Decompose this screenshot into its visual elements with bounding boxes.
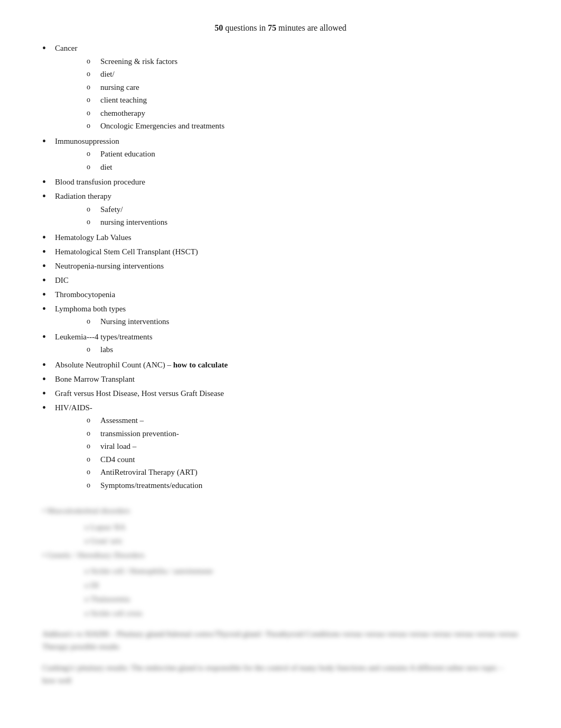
bullet-icon: • [42, 245, 51, 258]
sub-list-item: oOncologic Emergencies and treatments [87, 120, 519, 132]
list-item-label: Absolute Neutrophil Count (ANC) – [55, 361, 173, 369]
sub-bullet-icon: o [87, 107, 97, 118]
content: •CanceroScreening & risk factorsodiet/on… [42, 42, 519, 492]
sub-list-item: otransmission prevention- [87, 428, 519, 440]
sub-list-item: odiet [87, 161, 519, 173]
sub-item-label: client teaching [100, 94, 147, 106]
bullet-icon: • [42, 176, 51, 188]
sub-item-label: diet/ [100, 68, 115, 80]
blurred-paragraph-1: Addison's vs SIADH – Pituitary gland/Adr… [42, 628, 519, 653]
list-item-immunosuppression: •ImmunosuppressionoPatient educationodie… [42, 135, 519, 174]
bullet-icon: • [42, 288, 51, 301]
sub-item-label: diet [100, 161, 113, 173]
sub-list-item: oviral load – [87, 440, 519, 453]
sub-item-label: labs [100, 344, 113, 356]
sub-list-cancer: oScreening & risk factorsodiet/onursing … [87, 56, 519, 132]
sub-bullet-icon: o [87, 68, 97, 79]
sub-list-item: onursing interventions [87, 216, 519, 228]
list-item-hiv-aids: •HIV/AIDS-oAssessment –otransmission pre… [42, 402, 519, 493]
sub-bullet-icon: o [87, 414, 97, 426]
sub-bullet-icon: o [87, 94, 97, 105]
list-item-label: Leukemia---4 types/treatments [55, 333, 153, 341]
sub-list-item: olabs [87, 344, 519, 356]
blurred-sub-item: o Thalassemia [85, 593, 519, 605]
list-item-bone-marrow: •Bone Marrow Transplant [42, 373, 519, 385]
sub-list-item: odiet/ [87, 68, 519, 80]
list-item-neutropenia: •Neutropenia-nursing interventions [42, 260, 519, 272]
list-item-lymphoma: •Lymphoma both typesoNursing interventio… [42, 303, 519, 329]
blurred-sub-item: o Gout/ uric [85, 535, 519, 547]
list-item-blood-transfusion: •Blood transfusion procedure [42, 176, 519, 188]
sub-bullet-icon: o [87, 161, 97, 172]
sub-item-label: nursing care [100, 81, 139, 94]
sub-bullet-icon: o [87, 480, 97, 491]
sub-list-immunosuppression: oPatient educationodiet [87, 148, 519, 173]
list-item-label-bold: how to calculate [173, 361, 228, 369]
sub-list-item: oSafety/ [87, 204, 519, 216]
list-item-label: Neutropenia-nursing interventions [55, 262, 164, 270]
sub-list-item: oAntiRetroviral Therapy (ART) [87, 466, 519, 478]
bullet-icon: • [42, 135, 51, 148]
sub-bullet-icon: o [87, 120, 97, 131]
sub-item-label: viral load – [100, 440, 136, 453]
time-limit: 75 [268, 23, 276, 32]
sub-bullet-icon: o [87, 216, 97, 227]
sub-item-label: AntiRetroviral Therapy (ART) [100, 466, 198, 478]
sub-bullet-icon: o [87, 344, 97, 355]
list-item-label: HIV/AIDS- [55, 403, 92, 412]
blurred-list-item: • Genetic / Hereditary Disorders [42, 549, 519, 561]
list-item-label: Graft versus Host Disease, Host versus G… [55, 389, 224, 398]
sub-item-label: Screening & risk factors [100, 56, 177, 68]
blurred-list-item: • Musculoskeletal disorders [42, 505, 519, 517]
sub-item-label: Oncologic Emergencies and treatments [100, 120, 225, 132]
bullet-icon: • [42, 231, 51, 244]
list-item-anc: •Absolute Neutrophil Count (ANC) – how t… [42, 359, 519, 371]
list-item-label: Blood transfusion procedure [55, 178, 145, 186]
sub-bullet-icon: o [87, 204, 97, 215]
sub-bullet-icon: o [87, 56, 97, 67]
sub-list-item: ochemotherapy [87, 107, 519, 119]
bullet-icon: • [42, 358, 51, 371]
list-item-hematology-lab: •Hematology Lab Values [42, 232, 519, 244]
list-item-dic: •DIC [42, 274, 519, 287]
sub-item-label: Assessment – [100, 414, 144, 427]
list-item-cancer: •CanceroScreening & risk factorsodiet/on… [42, 42, 519, 133]
sub-list-item: oCD4 count [87, 454, 519, 466]
bullet-icon: • [42, 42, 51, 54]
sub-bullet-icon: o [87, 316, 97, 327]
subtitle: 50 questions in 75 minutes are allowed [214, 23, 347, 32]
list-item-label: Thrombocytopenia [55, 290, 115, 299]
bullet-icon: • [42, 190, 51, 202]
blurred-section: • Musculoskeletal disorderso Lupus/ RAo … [42, 505, 519, 687]
page-header: 50 questions in 75 minutes are allowed [42, 23, 519, 33]
list-item-label: DIC [55, 276, 69, 284]
blurred-sub-item: o DI [85, 579, 519, 592]
list-item-radiation-therapy: •Radiation therapyoSafety/onursing inter… [42, 190, 519, 229]
bullet-icon: • [42, 260, 51, 272]
bullet-icon: • [42, 330, 51, 343]
list-item-thrombocytopenia: •Thrombocytopenia [42, 289, 519, 301]
bullet-icon: • [42, 274, 51, 287]
question-count: 50 [214, 23, 223, 32]
list-item-leukemia: •Leukemia---4 types/treatmentsolabs [42, 331, 519, 357]
sub-item-label: nursing interventions [100, 216, 167, 228]
sub-bullet-icon: o [87, 148, 97, 159]
bullet-icon: • [42, 387, 51, 400]
sub-list-item: oSymptoms/treatments/education [87, 480, 519, 492]
sub-bullet-icon: o [87, 454, 97, 465]
sub-list-radiation-therapy: oSafety/onursing interventions [87, 204, 519, 228]
bullet-icon: • [42, 302, 51, 315]
sub-list-item: oAssessment – [87, 414, 519, 427]
list-item-graft: •Graft versus Host Disease, Host versus … [42, 388, 519, 400]
list-item-label: Lymphoma both types [55, 305, 126, 313]
blurred-sub-item: o Sickle cell crisis [85, 607, 519, 620]
sub-list-item: oScreening & risk factors [87, 56, 519, 68]
sub-list-item: oclient teaching [87, 94, 519, 106]
blurred-sub-item: o Sickle cell / Hemophilia / autoimmune [85, 565, 519, 577]
sub-bullet-icon: o [87, 440, 97, 451]
sub-list-item: oNursing interventions [87, 316, 519, 328]
list-item-label: Cancer [55, 44, 77, 52]
sub-item-label: Nursing interventions [100, 316, 169, 328]
sub-item-label: Patient education [100, 148, 155, 160]
bullet-icon: • [42, 373, 51, 385]
